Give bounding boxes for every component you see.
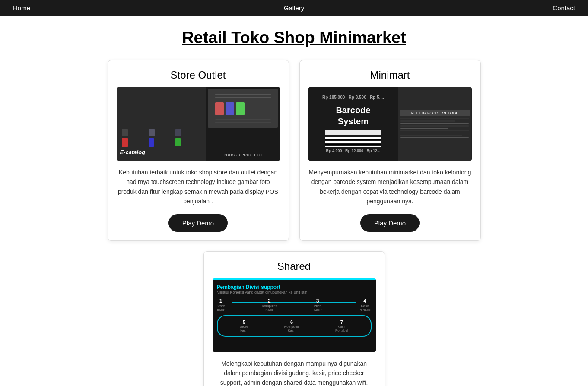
navigation: Home Gallery Contact — [0, 0, 588, 16]
shared-diagram: Pembagian Divisi support Melalui Koneksi… — [213, 280, 376, 352]
nav-gallery-link[interactable]: Gallery — [284, 4, 305, 12]
nav-right: Contact — [553, 4, 575, 12]
card-minimart-image: Rp 185.000 Rp 8.500 Rp 5.... BarcodeSyst… — [308, 87, 472, 161]
card-store-outlet-title: Store Outlet — [170, 69, 226, 81]
minimart-img: Rp 185.000 Rp 8.500 Rp 5.... BarcodeSyst… — [308, 87, 472, 161]
card-store-outlet-desc-text: Kebutuhan terbaik untuk toko shop store … — [118, 169, 278, 205]
minimart-price-bottom: Rp 4.000 Rp 12.000 Rp 12... — [326, 149, 380, 154]
card-store-outlet-description: Kebutuhan terbaik untuk toko shop store … — [117, 168, 280, 206]
shared-diagram-subtitle: Melalui Koneksi yang dapat dihubungkan k… — [217, 290, 372, 294]
shared-flow-item-2: 2 KomputerKasir — [262, 298, 277, 312]
card-minimart: Minimart Rp 185.000 Rp 8.500 Rp 5.... Ba… — [299, 60, 481, 241]
minimart-fullbarcode-label: FULL BARCODE METODE — [400, 110, 470, 116]
shared-flow-bottom-1: 5 Storekasir — [240, 320, 248, 332]
product-dot — [175, 138, 181, 146]
product-dot — [149, 138, 154, 147]
minimart-right: FULL BARCODE METODE — [398, 87, 471, 161]
nav-contact-link[interactable]: Contact — [553, 4, 575, 12]
shared-flow-top: 1 Storekasir 2 KomputerKasir 3 PriceKasi… — [217, 298, 372, 312]
store-img-right: BROSUR PRICE LIST — [206, 87, 280, 161]
shared-flow-top-line — [232, 302, 356, 303]
shared-flow-item-4: 4 KasirPortabel — [359, 298, 372, 312]
shared-flow-item-3: 3 PriceKasir — [314, 298, 321, 312]
shared-flow-bottom-2: 6 KomputerKasir — [284, 320, 299, 332]
store-outlet-play-demo-button[interactable]: Play Demo — [168, 214, 228, 232]
card-minimart-title: Minimart — [370, 69, 410, 81]
minimart-barcode-lines — [325, 130, 382, 147]
page-title: Retail Toko Shop Minimarket — [0, 16, 588, 56]
store-img-pricelist — [208, 89, 278, 128]
store-img: E-catalog — [117, 87, 280, 161]
minimart-left: Rp 185.000 Rp 8.500 Rp 5.... BarcodeSyst… — [308, 87, 398, 161]
nav-center: Gallery — [284, 4, 305, 12]
card-shared-description: Melengkapi kebutuhan dengan mampu nya di… — [213, 359, 376, 386]
card-shared: Shared Pembagian Divisi support Melalui … — [203, 251, 385, 386]
minimart-barcode-label: BarcodeSystem — [336, 104, 370, 127]
card-minimart-desc-text: Menyempurnakan kebutuhan minimarket dan … — [309, 169, 471, 205]
minimart-receipt — [400, 118, 470, 138]
shared-flow-item-1: 1 Storekasir — [217, 298, 225, 312]
card-shared-image: Pembagian Divisi support Melalui Koneksi… — [213, 278, 376, 352]
card-shared-title: Shared — [277, 260, 311, 272]
store-outlet-ecatalog-label: E-catalog — [120, 149, 203, 155]
card-minimart-description: Menyempurnakan kebutuhan minimarket dan … — [308, 168, 472, 206]
product-dot — [149, 129, 155, 136]
shared-flow-bottom-3: 7 KasirPortabel — [335, 320, 348, 332]
card-shared-desc-text: Melengkapi kebutuhan dengan mampu nya di… — [220, 360, 368, 386]
store-pricelist-label: BROSUR PRICE LIST — [208, 151, 278, 159]
cards-section: Store Outlet E-catalog — [0, 56, 588, 386]
card-store-outlet-image: E-catalog — [117, 87, 280, 161]
product-dot — [122, 138, 128, 147]
minimart-price-display: Rp 185.000 Rp 8.500 Rp 5.... — [322, 95, 384, 102]
products-grid — [120, 127, 203, 149]
minimart-play-demo-button[interactable]: Play Demo — [360, 214, 420, 232]
store-img-left: E-catalog — [117, 87, 207, 161]
shared-flow-bottom: 5 Storekasir 6 KomputerKasir 7 KasirPort… — [217, 315, 372, 337]
shared-diagram-title: Pembagian Divisi support — [217, 284, 372, 290]
nav-home-link[interactable]: Home — [13, 4, 30, 12]
product-dot — [175, 129, 181, 136]
nav-left: Home — [13, 4, 30, 12]
product-dot — [122, 129, 128, 136]
card-store-outlet: Store Outlet E-catalog — [108, 60, 289, 241]
